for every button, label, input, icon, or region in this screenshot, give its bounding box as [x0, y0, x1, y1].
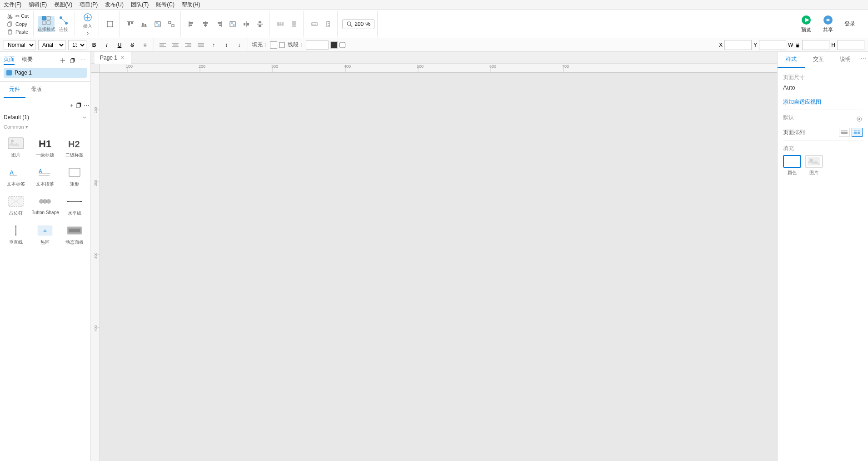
- paste-button[interactable]: Paste: [6, 28, 30, 35]
- comp-item-hr[interactable]: 水平线: [63, 192, 87, 219]
- fill-option-color[interactable]: 颜色: [783, 155, 801, 176]
- stroke-value-input[interactable]: [306, 40, 329, 50]
- common-group-label[interactable]: Common ▾: [0, 122, 90, 132]
- distribute-v-button[interactable]: [254, 18, 266, 30]
- comp-item-button-shape[interactable]: Button Shape: [30, 192, 61, 219]
- align-left-text-button[interactable]: [158, 40, 168, 50]
- snap-v-button[interactable]: [322, 18, 334, 30]
- align-center-button[interactable]: [199, 18, 212, 30]
- align-bottom-button[interactable]: [138, 18, 150, 30]
- array-icon-single[interactable]: [839, 128, 850, 137]
- menu-account[interactable]: 账号(C): [156, 1, 175, 9]
- settings-icon[interactable]: [856, 116, 863, 122]
- stroke-checkbox[interactable]: [339, 40, 345, 50]
- comp-add-button[interactable]: +: [70, 101, 74, 109]
- ungroup-button[interactable]: [165, 18, 178, 30]
- comp-item-placeholder[interactable]: 占位符: [4, 192, 28, 219]
- responsive-link[interactable]: 添加自适应视图: [783, 99, 821, 105]
- comp-item-h1[interactable]: H1 一级标题: [30, 134, 61, 161]
- preview-button[interactable]: 预览: [797, 13, 815, 35]
- tab-description[interactable]: 说明: [832, 52, 859, 68]
- copy-page-button[interactable]: [69, 56, 77, 65]
- menu-edit[interactable]: 编辑(E): [29, 1, 47, 9]
- valign-bottom-button[interactable]: ↓: [234, 40, 244, 50]
- comp-item-dynamic-panel[interactable]: 动态面板: [63, 221, 87, 248]
- align-right-button[interactable]: [213, 18, 225, 30]
- tab-overview[interactable]: 概要: [22, 55, 33, 65]
- cut-button[interactable]: ✂ Cut: [6, 12, 30, 20]
- align-center-text-button[interactable]: [170, 40, 180, 50]
- menu-help[interactable]: 帮助(H): [182, 1, 200, 9]
- font-family-select[interactable]: Arial: [38, 40, 65, 50]
- new-page-button[interactable]: [59, 56, 67, 65]
- comp-item-image[interactable]: 图片: [4, 134, 28, 161]
- font-size-select[interactable]: 13: [68, 40, 86, 50]
- valign-top-button[interactable]: ↑: [209, 40, 219, 50]
- comp-search-input[interactable]: [5, 100, 68, 110]
- bold-button[interactable]: B: [89, 40, 99, 50]
- comp-item-hotzone[interactable]: 热区: [30, 221, 61, 248]
- zoom-input[interactable]: 200%: [342, 19, 374, 29]
- list-button[interactable]: ≡: [140, 40, 150, 50]
- more-page-button[interactable]: ⋯: [79, 56, 87, 65]
- shape-tool-button[interactable]: [104, 18, 116, 30]
- fill-option-image[interactable]: 图片: [805, 155, 823, 176]
- tab-masters[interactable]: 母版: [25, 82, 47, 98]
- strikethrough-button[interactable]: S: [127, 40, 137, 50]
- tab-pages[interactable]: 页面: [4, 55, 15, 65]
- menu-team[interactable]: 团队(T): [131, 1, 149, 9]
- array-icon-double[interactable]: [852, 128, 863, 137]
- fill-checkbox[interactable]: [279, 40, 285, 50]
- x-input[interactable]: [724, 40, 752, 50]
- login-button[interactable]: 登录: [841, 18, 859, 30]
- underline-button[interactable]: U: [115, 40, 125, 50]
- fill-image-option-box[interactable]: [805, 155, 823, 168]
- distribute-h-button[interactable]: [240, 18, 253, 30]
- group-button[interactable]: [151, 18, 164, 30]
- tab-style[interactable]: 样式: [778, 52, 805, 68]
- right-more-button[interactable]: ⋯: [859, 52, 868, 68]
- page-item-page1[interactable]: Page 1: [4, 68, 87, 78]
- menu-file[interactable]: 文件(F): [4, 1, 21, 9]
- comp-item-rect[interactable]: 矩形: [63, 163, 87, 190]
- valign-middle-button[interactable]: ↕: [221, 40, 231, 50]
- canvas-tab-page1[interactable]: Page 1 ✕: [95, 52, 131, 64]
- share-button[interactable]: 共享: [819, 13, 837, 35]
- menu-view[interactable]: 视图(V): [54, 1, 72, 9]
- group2-button[interactable]: [226, 18, 239, 30]
- v-distribute-button[interactable]: [288, 18, 300, 30]
- justify-text-button[interactable]: [196, 40, 206, 50]
- w-input[interactable]: [802, 40, 829, 50]
- tab-components[interactable]: 元件: [4, 82, 25, 98]
- comp-item-vr[interactable]: 垂直线: [4, 221, 28, 248]
- comp-more-button[interactable]: ⋯: [84, 101, 90, 109]
- menu-project[interactable]: 项目(P): [80, 1, 98, 9]
- comp-icon-text-para: A: [36, 165, 54, 179]
- h-distribute-button[interactable]: [274, 18, 287, 30]
- connect-button[interactable]: 连接: [55, 16, 72, 32]
- fill-color-box[interactable]: [270, 41, 277, 49]
- comp-copy-button[interactable]: [75, 101, 82, 109]
- copy-button[interactable]: Copy: [6, 20, 30, 28]
- y-input[interactable]: [759, 40, 786, 50]
- canvas-tab-close[interactable]: ✕: [119, 55, 125, 61]
- italic-button[interactable]: I: [102, 40, 112, 50]
- stroke-color-box[interactable]: [330, 41, 338, 49]
- h-input[interactable]: [837, 40, 864, 50]
- comp-item-text-label[interactable]: A 文本标签: [4, 163, 28, 190]
- select-mode-button[interactable]: 选择模式: [38, 16, 55, 32]
- comp-item-text-para[interactable]: A 文本段落: [30, 163, 61, 190]
- tab-interaction[interactable]: 交互: [805, 52, 832, 68]
- align-left-button[interactable]: [185, 18, 198, 30]
- fill-color-option-box[interactable]: [783, 155, 801, 168]
- comp-item-h2[interactable]: H2 二级标题: [63, 134, 87, 161]
- menu-publish[interactable]: 发布(U): [105, 1, 124, 9]
- comp-toolbar: + ⋯: [0, 98, 90, 112]
- snap-h-button[interactable]: [308, 18, 321, 30]
- insert-dropdown-icon[interactable]: [85, 30, 90, 35]
- align-right-text-button[interactable]: [183, 40, 193, 50]
- align-top-button[interactable]: [124, 18, 137, 30]
- insert-button[interactable]: 插入: [80, 13, 96, 29]
- canvas-wrapper[interactable]: 100 200 300 400 500 600 700: [91, 64, 777, 461]
- style-select[interactable]: Normal: [4, 40, 35, 50]
